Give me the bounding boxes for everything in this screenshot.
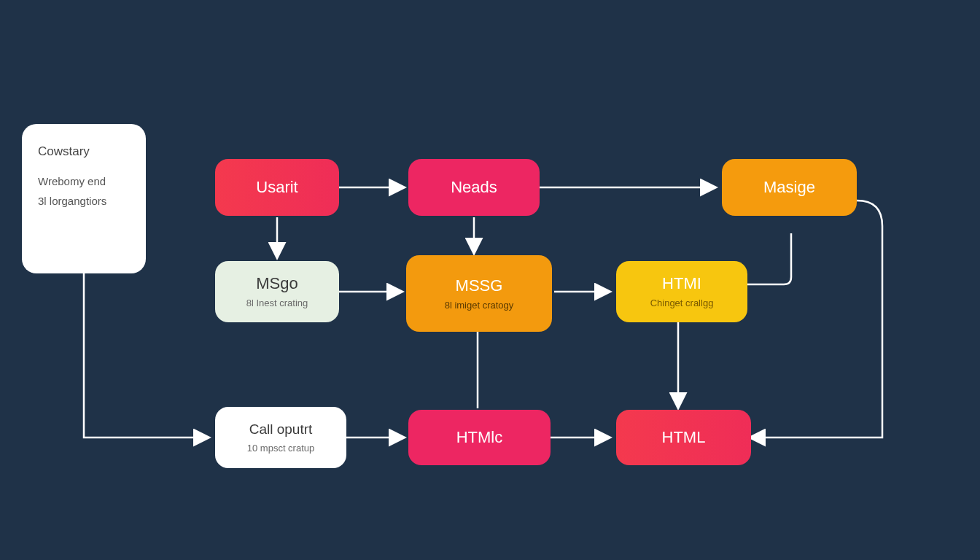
node-msgo-title: MSgo (256, 274, 298, 293)
node-masige-title: Masige (763, 178, 815, 197)
node-htmi-title: HTMI (662, 274, 701, 293)
side-card-line1: Wrebomy end (38, 175, 133, 187)
node-mssg: MSSG 8l imiget cratogy (406, 255, 552, 332)
node-msgo-subtitle: 8l Inest crating (246, 298, 308, 309)
node-mssg-subtitle: 8l imiget cratogy (445, 300, 514, 311)
node-calloput-title: Call oputrt (249, 421, 313, 438)
side-card-cowstary: Cowstary Wrebomy end 3l lorgangtiors (22, 124, 146, 273)
node-mssg-title: MSSG (456, 276, 503, 295)
node-html: HTML (616, 410, 751, 465)
node-htmic: HTMlc (408, 410, 551, 465)
node-usarit-title: Usarit (256, 178, 298, 197)
node-neads-title: Neads (451, 178, 497, 197)
node-htmic-title: HTMlc (456, 428, 503, 447)
node-usarit: Usarit (215, 159, 339, 216)
node-calloput-subtitle: 10 mpsct cratup (247, 443, 315, 454)
node-neads: Neads (408, 159, 540, 216)
node-calloput: Call oputrt 10 mpsct cratup (215, 407, 346, 468)
node-masige: Masige (722, 159, 857, 216)
node-htmi-subtitle: Chinget crallgg (650, 298, 714, 309)
node-htmi: HTMI Chinget crallgg (616, 261, 747, 322)
side-card-title: Cowstary (38, 144, 133, 159)
node-msgo: MSgo 8l Inest crating (215, 261, 339, 322)
node-html-title: HTML (662, 428, 706, 447)
side-card-line2: 3l lorgangtiors (38, 195, 133, 207)
